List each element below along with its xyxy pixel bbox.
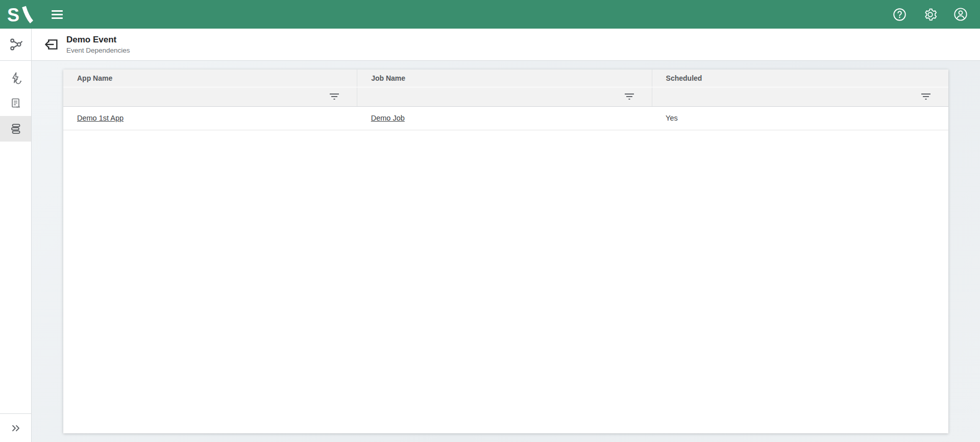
gear-icon	[923, 8, 937, 21]
help-circle-icon	[893, 8, 906, 21]
title-block: Demo Event Event Dependencies	[66, 35, 130, 54]
help-button[interactable]	[890, 5, 909, 24]
table-row: Demo 1st App Demo Job Yes	[63, 106, 948, 130]
header-row: App Name Job Name Scheduled	[63, 69, 948, 87]
back-button[interactable]	[42, 35, 60, 54]
cell-scheduled: Yes	[652, 106, 948, 130]
table-card: App Name Job Name Scheduled	[63, 69, 948, 433]
sidebar-expand-button[interactable]	[0, 413, 31, 442]
brand-logo-icon: S	[7, 5, 34, 24]
appbar-actions	[890, 5, 970, 24]
menu-button[interactable]	[47, 4, 67, 25]
column-header-app-name[interactable]: App Name	[63, 69, 357, 87]
main-area: Demo Event Event Dependencies App Name J…	[32, 29, 980, 442]
filter-cell-job-name	[357, 87, 652, 106]
cell-app-name: Demo 1st App	[63, 106, 357, 130]
double-chevron-right-icon	[10, 422, 22, 434]
filter-button-job-name[interactable]	[622, 90, 636, 103]
user-circle-icon	[953, 7, 968, 21]
column-header-scheduled[interactable]: Scheduled	[652, 69, 948, 87]
settings-button[interactable]	[921, 5, 939, 24]
job-name-link[interactable]: Demo Job	[371, 114, 405, 122]
app-bar: S	[0, 0, 980, 29]
filter-row	[63, 87, 948, 106]
sidebar-item-connections[interactable]	[8, 37, 23, 52]
svg-text:S: S	[7, 5, 19, 24]
sidebar-spacer	[0, 142, 31, 413]
dependencies-table: App Name Job Name Scheduled	[63, 69, 948, 130]
exit-left-icon	[43, 36, 59, 53]
sidebar-item-triggers[interactable]	[0, 65, 31, 90]
filter-button-scheduled[interactable]	[919, 90, 933, 103]
page-header: Demo Event Event Dependencies	[32, 29, 980, 61]
content-area: App Name Job Name Scheduled	[32, 61, 980, 442]
filter-cell-app-name	[63, 87, 357, 106]
filter-lines-icon	[329, 93, 339, 100]
sidebar-item-scripts[interactable]	[0, 90, 31, 116]
page-title: Demo Event	[66, 35, 130, 45]
account-button[interactable]	[951, 5, 970, 24]
hamburger-icon	[52, 10, 63, 12]
brand-logo[interactable]: S	[7, 5, 34, 24]
filter-cell-scheduled	[652, 87, 948, 106]
sidebar	[0, 29, 32, 442]
sidebar-item-queues[interactable]	[0, 116, 31, 142]
sidebar-group	[0, 65, 31, 142]
stack-icon	[9, 122, 22, 135]
filter-lines-icon	[921, 93, 931, 100]
app-name-link[interactable]: Demo 1st App	[77, 114, 124, 122]
bolt-gear-icon	[9, 71, 22, 84]
cell-job-name: Demo Job	[357, 106, 652, 130]
share-nodes-icon	[8, 37, 23, 52]
page-subtitle: Event Dependencies	[66, 46, 130, 54]
document-icon	[10, 97, 22, 109]
filter-lines-icon	[624, 93, 634, 100]
filter-button-app-name[interactable]	[327, 90, 341, 103]
column-header-job-name[interactable]: Job Name	[357, 69, 652, 87]
